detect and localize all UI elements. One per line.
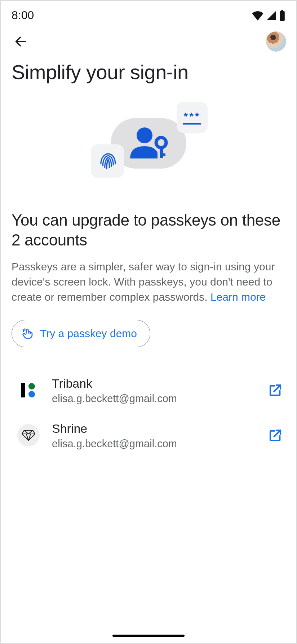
asterisks-icon: *** (183, 110, 200, 122)
svg-rect-5 (160, 147, 163, 158)
account-name: Shrine (52, 421, 254, 436)
section-heading: You can upgrade to passkeys on these 2 a… (1, 188, 296, 250)
account-text: Tribank elisa.g.beckett@gmail.com (52, 375, 254, 405)
svg-point-10 (28, 383, 35, 390)
section-description: Passkeys are a simpler, safer way to sig… (1, 250, 296, 305)
back-button[interactable] (11, 31, 31, 52)
fingerprint-illustration (91, 144, 124, 178)
svg-point-11 (28, 391, 35, 397)
wifi-icon (252, 10, 264, 21)
account-email: elisa.g.beckett@gmail.com (52, 438, 254, 450)
top-bar (1, 26, 296, 57)
touch-icon (22, 328, 34, 339)
open-in-new-icon (268, 383, 283, 398)
page-title: Simplify your sign-in (1, 57, 296, 84)
cellular-icon (266, 10, 277, 21)
shrine-logo (17, 424, 40, 447)
svg-rect-1 (281, 10, 283, 12)
svg-point-3 (137, 127, 152, 143)
account-row[interactable]: Tribank elisa.g.beckett@gmail.com (1, 367, 296, 413)
person-key-icon (125, 125, 172, 161)
arrow-left-icon (14, 34, 28, 49)
try-passkey-demo-button[interactable]: Try a passkey demo (12, 320, 150, 347)
account-email: elisa.g.beckett@gmail.com (52, 393, 254, 405)
nav-handle[interactable] (112, 635, 185, 637)
status-time: 8:00 (12, 9, 34, 22)
account-list: Tribank elisa.g.beckett@gmail.com (1, 367, 296, 458)
tribank-logo (17, 379, 40, 401)
svg-rect-6 (160, 153, 165, 156)
account-row[interactable]: Shrine elisa.g.beckett@gmail.com (1, 413, 296, 458)
account-text: Shrine elisa.g.beckett@gmail.com (52, 421, 254, 450)
svg-rect-0 (280, 11, 285, 21)
demo-button-label: Try a passkey demo (40, 327, 137, 340)
svg-rect-9 (21, 383, 25, 397)
open-in-new-icon (268, 428, 283, 443)
svg-point-4 (156, 138, 166, 148)
device-frame: 8:00 Simplify your sign-in *** (0, 0, 297, 644)
battery-icon (279, 10, 285, 21)
open-external-button[interactable] (267, 382, 284, 399)
avatar[interactable] (266, 31, 286, 52)
fingerprint-icon (97, 151, 118, 171)
learn-more-link[interactable]: Learn more (210, 291, 266, 303)
tribank-logo-icon (21, 382, 36, 399)
status-icons (252, 10, 285, 21)
svg-marker-13 (22, 430, 35, 440)
status-bar: 8:00 (1, 1, 296, 26)
diamond-icon (21, 429, 36, 442)
password-illustration: *** (177, 102, 208, 133)
open-external-button[interactable] (267, 427, 284, 444)
account-name: Tribank (52, 375, 254, 391)
illustration: *** (1, 98, 296, 188)
